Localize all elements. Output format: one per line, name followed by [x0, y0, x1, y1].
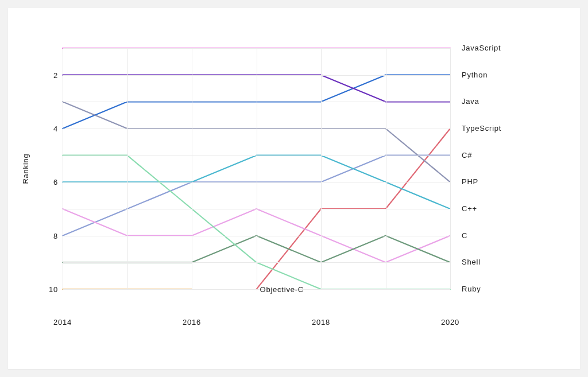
y-axis-title: Ranking	[21, 153, 30, 184]
gridline-horizontal	[63, 289, 450, 290]
series-line	[63, 75, 450, 129]
y-tick-label: 10	[41, 285, 58, 294]
x-tick-label: 2014	[53, 318, 72, 327]
gridline-horizontal	[63, 236, 450, 236]
gridline-vertical	[450, 48, 451, 289]
gridline-vertical	[386, 48, 386, 289]
y-tick-label: 4	[41, 125, 58, 133]
legend-label: Ruby	[462, 285, 481, 293]
legend-label: Java	[462, 97, 479, 106]
gridline-horizontal	[63, 102, 450, 102]
gridline-horizontal	[63, 209, 450, 209]
gridline-vertical	[127, 48, 128, 289]
legend-label: C#	[462, 151, 472, 160]
gridline-horizontal	[63, 156, 450, 156]
y-tick-label: 8	[41, 231, 58, 240]
series-line	[63, 156, 450, 289]
gridline-vertical	[257, 48, 257, 289]
gridline-vertical	[63, 48, 63, 289]
gridline-horizontal	[63, 262, 450, 263]
x-tick-label: 2016	[183, 318, 201, 327]
legend-label: C	[462, 231, 467, 240]
legend-label: Python	[462, 71, 488, 79]
legend-label: Shell	[462, 258, 481, 266]
chart-card: Ranking 2468102014201620182020JavaScript…	[8, 8, 580, 369]
x-tick-label: 2020	[441, 318, 459, 327]
series-line	[63, 156, 450, 209]
series-line	[63, 75, 450, 102]
gridline-horizontal	[63, 129, 450, 129]
series-line	[63, 156, 450, 236]
gridline-horizontal	[63, 48, 450, 49]
y-tick-label: 6	[41, 178, 58, 186]
series-line	[63, 209, 450, 262]
gridline-vertical	[192, 48, 192, 289]
x-tick-label: 2018	[312, 318, 330, 327]
plot-area	[63, 48, 450, 289]
inline-series-label: Objective-C	[260, 285, 304, 294]
legend-label: JavaScript	[462, 44, 501, 52]
legend-label: TypeScript	[462, 124, 501, 133]
gridline-horizontal	[63, 75, 450, 76]
y-tick-label: 2	[41, 71, 58, 79]
series-line	[257, 129, 451, 289]
legend-label: C++	[462, 204, 477, 213]
series-line	[63, 102, 450, 182]
legend-label: PHP	[462, 177, 478, 186]
lines-layer	[63, 48, 450, 289]
gridline-horizontal	[63, 182, 450, 182]
gridline-vertical	[321, 48, 322, 289]
series-line	[63, 236, 450, 263]
